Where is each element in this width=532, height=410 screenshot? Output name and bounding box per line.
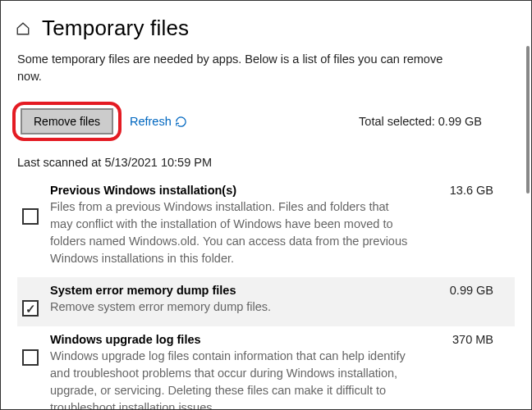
file-content: Windows upgrade log files 370 MB Windows…: [50, 333, 505, 410]
file-item-memory-dump[interactable]: System error memory dump files 0.99 GB R…: [17, 277, 515, 326]
actions-row: Remove files Refresh Total selected: 0.9…: [1, 85, 531, 146]
home-icon[interactable]: [16, 21, 30, 36]
highlight-annotation: Remove files: [12, 102, 122, 141]
page-title: Temporary files: [42, 16, 189, 41]
page-header: Temporary files: [1, 1, 531, 46]
refresh-icon: [175, 116, 187, 128]
file-name: System error memory dump files: [50, 284, 236, 297]
refresh-link[interactable]: Refresh: [130, 115, 187, 128]
file-list: Previous Windows installation(s) 13.6 GB…: [1, 177, 531, 410]
checkbox-upgrade-logs[interactable]: [22, 349, 39, 366]
file-description: Remove system error memory dump files.: [50, 298, 411, 316]
file-header: Previous Windows installation(s) 13.6 GB: [50, 184, 505, 197]
file-content: Previous Windows installation(s) 13.6 GB…: [50, 184, 505, 267]
file-item-previous-windows[interactable]: Previous Windows installation(s) 13.6 GB…: [17, 177, 515, 277]
file-size: 370 MB: [452, 333, 505, 346]
checkbox-memory-dump[interactable]: [22, 300, 39, 317]
file-item-upgrade-logs[interactable]: Windows upgrade log files 370 MB Windows…: [17, 326, 515, 410]
scrollbar[interactable]: [526, 46, 530, 194]
file-header: Windows upgrade log files 370 MB: [50, 333, 505, 346]
file-description: Windows upgrade log files contain inform…: [50, 348, 411, 410]
page-description: Some temporary files are needed by apps.…: [1, 46, 461, 85]
refresh-label: Refresh: [130, 115, 172, 128]
file-header: System error memory dump files 0.99 GB: [50, 284, 505, 297]
file-name: Windows upgrade log files: [50, 333, 201, 346]
checkbox-previous-windows[interactable]: [22, 208, 39, 225]
file-name: Previous Windows installation(s): [50, 184, 236, 197]
file-content: System error memory dump files 0.99 GB R…: [50, 284, 505, 316]
file-size: 0.99 GB: [450, 284, 505, 297]
last-scanned-label: Last scanned at 5/13/2021 10:59 PM: [1, 146, 531, 177]
file-size: 13.6 GB: [450, 184, 505, 197]
file-description: Files from a previous Windows installati…: [50, 198, 411, 267]
total-selected-label: Total selected: 0.99 GB: [359, 115, 515, 128]
remove-files-button[interactable]: Remove files: [21, 108, 113, 134]
